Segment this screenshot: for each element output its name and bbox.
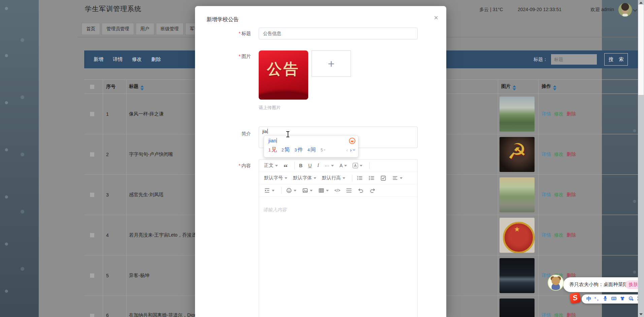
caret-down-icon <box>285 177 287 179</box>
row-checkbox[interactable] <box>90 111 95 116</box>
upload-button[interactable]: + <box>312 50 351 77</box>
bg-color-button[interactable]: A <box>351 162 364 169</box>
sort-icon[interactable] <box>513 85 516 90</box>
row-checkbox[interactable] <box>90 313 95 317</box>
row-image[interactable] <box>500 218 535 253</box>
row-detail-link[interactable]: 详情 <box>542 111 551 116</box>
ime-candidate[interactable]: 4间 <box>308 146 316 153</box>
row-detail-link[interactable]: 详情 <box>542 151 551 157</box>
undo-icon[interactable] <box>356 187 365 194</box>
row-image[interactable] <box>500 97 535 132</box>
divider-icon[interactable] <box>344 187 354 194</box>
todo-list-icon[interactable] <box>379 174 388 182</box>
edit-button[interactable]: 修改 <box>132 56 142 63</box>
tab-home[interactable]: 首页 <box>82 23 100 35</box>
ime-mode-toggle[interactable]: 中 <box>586 296 591 302</box>
mic-icon[interactable] <box>603 296 608 303</box>
line-height-button[interactable]: 默认行高 <box>320 174 347 182</box>
row-actions: 详情修改删除 <box>542 232 579 238</box>
search-button[interactable]: 搜 索 <box>604 53 628 66</box>
tab-users[interactable]: 用户 <box>136 23 154 35</box>
row-checkbox[interactable] <box>90 233 95 238</box>
emoji-plus-icon[interactable] <box>628 296 634 303</box>
table-icon[interactable] <box>317 187 330 194</box>
row-image[interactable] <box>500 298 535 317</box>
desktop-pet-avatar[interactable] <box>548 275 564 291</box>
align-icon[interactable] <box>390 174 404 182</box>
row-delete-link[interactable]: 删除 <box>567 192 576 197</box>
ordered-list-icon[interactable] <box>367 174 376 182</box>
row-detail-link[interactable]: 详情 <box>542 312 551 317</box>
tab-class-mgmt[interactable]: 班级管理 <box>156 23 184 35</box>
sogou-logo[interactable]: S <box>569 292 581 304</box>
app-title: 学生军训管理系统 <box>85 4 141 13</box>
tab-admin-mgmt[interactable]: 管理员管理 <box>102 23 134 35</box>
avatar[interactable] <box>618 3 632 16</box>
add-announcement-modal: 新增学校公告 × 标题 图片 公告 + 请上传图片 简介 jia 内容 正文 “… <box>195 6 446 317</box>
page-prev-icon[interactable]: ‹ <box>346 147 348 153</box>
scroll-up-arrow[interactable] <box>639 2 643 4</box>
row-image[interactable] <box>500 258 535 293</box>
keyboard-icon[interactable] <box>611 296 617 303</box>
chevron-down-icon[interactable] <box>633 7 637 12</box>
ime-candidate[interactable]: 1见 <box>268 146 277 153</box>
row-delete-link[interactable]: 删除 <box>567 151 576 157</box>
image-icon[interactable] <box>300 187 314 194</box>
row-edit-link[interactable]: 修改 <box>554 111 564 116</box>
delete-button[interactable]: 删除 <box>151 56 161 63</box>
code-button[interactable]: </> <box>333 187 342 193</box>
quote-button[interactable]: “ <box>282 162 289 169</box>
row-title: 异客-杨坤 <box>129 273 150 279</box>
bold-button[interactable]: B <box>297 162 304 169</box>
ime-candidate[interactable]: 3件 <box>294 146 303 153</box>
font-color-button[interactable]: A <box>338 162 349 169</box>
text-caret <box>277 138 277 143</box>
indent-icon[interactable] <box>262 187 276 194</box>
punctuation-toggle[interactable]: °， <box>594 296 600 302</box>
row-image[interactable] <box>500 177 535 212</box>
scrollbar-thumb[interactable] <box>638 5 644 95</box>
row-edit-link[interactable]: 修改 <box>554 192 564 197</box>
row-checkbox[interactable] <box>90 273 95 278</box>
uploaded-image[interactable]: 公告 <box>259 50 308 100</box>
ime-candidate[interactable]: 2简 <box>282 146 290 153</box>
row-image[interactable] <box>500 137 535 172</box>
font-family-button[interactable]: 默认字体 <box>291 174 318 182</box>
editor-placeholder: 请输入内容 <box>263 207 287 212</box>
font-size-button[interactable]: 默认字号 <box>262 174 289 182</box>
row-detail-link[interactable]: 详情 <box>542 232 551 238</box>
skin-icon[interactable] <box>620 296 625 303</box>
expand-icon[interactable]: › <box>352 149 357 151</box>
row-detail-link[interactable]: 详情 <box>542 192 551 197</box>
more-styles-button[interactable]: ··· <box>323 162 335 169</box>
scroll-down-arrow[interactable] <box>639 313 643 315</box>
redo-icon[interactable] <box>368 187 377 194</box>
screen: 学生军训管理系统 多云 | 31°C 2024-09-20 12:33:51 欢… <box>0 0 644 317</box>
row-title: 像风一样-薛之谦 <box>129 111 164 117</box>
editor-content-area[interactable]: 请输入内容 <box>259 197 417 309</box>
italic-button[interactable]: I <box>316 162 321 169</box>
detail-button[interactable]: 详情 <box>113 56 123 63</box>
select-all-checkbox[interactable] <box>90 84 95 90</box>
row-delete-link[interactable]: 删除 <box>567 232 576 238</box>
row-checkbox[interactable] <box>90 192 95 197</box>
row-delete-link[interactable]: 删除 <box>567 312 576 317</box>
title-input[interactable] <box>259 28 418 39</box>
add-button[interactable]: 新增 <box>94 56 103 63</box>
row-checkbox[interactable] <box>90 152 95 157</box>
ime-candidate[interactable]: 5- <box>321 147 325 153</box>
bullet-list-icon[interactable] <box>355 174 364 182</box>
search-input[interactable] <box>551 54 597 65</box>
sort-icon[interactable] <box>553 85 556 90</box>
underline-button[interactable]: U <box>307 162 313 169</box>
row-edit-link[interactable]: 修改 <box>554 312 564 317</box>
vertical-scrollbar[interactable] <box>638 0 644 317</box>
row-edit-link[interactable]: 修改 <box>554 151 564 157</box>
sort-icon[interactable] <box>140 85 144 90</box>
paragraph-style-button[interactable]: 正文 <box>262 162 280 169</box>
row-delete-link[interactable]: 删除 <box>567 111 576 116</box>
emoji-icon[interactable] <box>284 187 298 194</box>
ime-emoji-icon[interactable] <box>349 138 355 144</box>
row-edit-link[interactable]: 修改 <box>554 232 564 238</box>
close-icon[interactable]: × <box>434 14 438 22</box>
